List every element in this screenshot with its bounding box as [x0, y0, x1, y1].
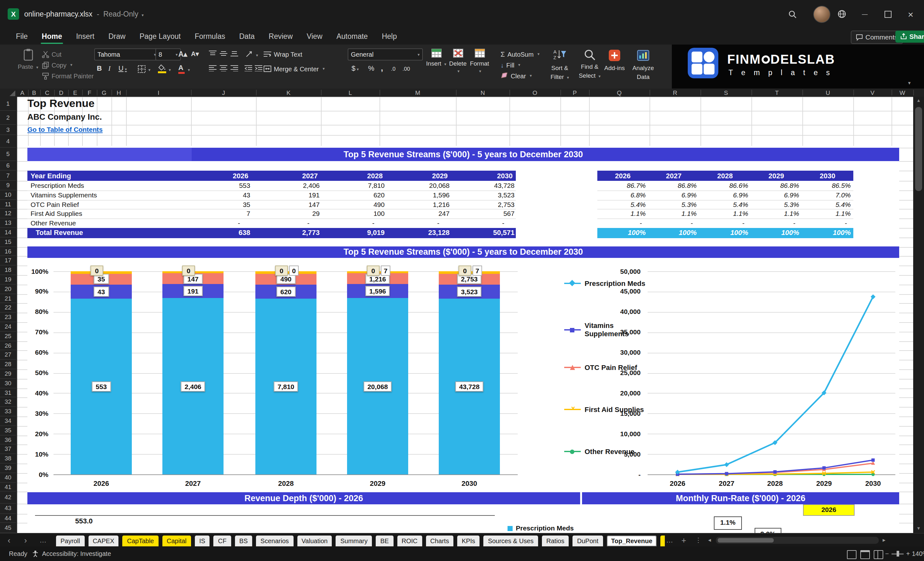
row-header-18[interactable]: 18: [0, 266, 16, 275]
normal-view-button[interactable]: [847, 550, 856, 559]
row-header-44[interactable]: 44: [0, 514, 16, 523]
menu-tab-file[interactable]: File: [9, 28, 35, 45]
minimize-button[interactable]: —: [855, 0, 875, 28]
table-cell-value[interactable]: -: [327, 218, 375, 228]
tabs-list-icon[interactable]: …: [39, 534, 46, 547]
orientation-button[interactable]: [246, 50, 254, 57]
align-right-button[interactable]: [231, 65, 238, 71]
analyze-data-button[interactable]: Analyze Data: [629, 48, 657, 80]
row-header-2[interactable]: 2: [0, 111, 16, 125]
sheet-tab-is[interactable]: IS: [195, 536, 210, 546]
row-header-30[interactable]: 30: [0, 379, 16, 388]
menu-tab-automate[interactable]: Automate: [330, 28, 375, 45]
increase-decimal-button[interactable]: .00: [402, 66, 410, 72]
table-row-label-vitamins-supplements[interactable]: Vitamins Supplements: [31, 190, 158, 200]
table-cell-value[interactable]: 147: [262, 200, 320, 209]
currency-format-button[interactable]: $▾: [351, 64, 359, 72]
pct-cell-value[interactable]: 7.0%: [802, 190, 851, 200]
shrink-font-button[interactable]: A▾: [191, 50, 199, 57]
font-family-combo[interactable]: Tahoma▾: [94, 48, 159, 60]
sheet-tab-ratios[interactable]: Ratios: [542, 536, 569, 546]
row-header-14[interactable]: 14: [0, 228, 16, 237]
page-break-view-button[interactable]: [874, 550, 883, 559]
zoom-out-button[interactable]: −: [885, 546, 889, 561]
font-size-combo[interactable]: 8▾: [155, 48, 181, 60]
align-top-button[interactable]: [209, 50, 216, 57]
column-header-L[interactable]: L: [344, 88, 357, 97]
user-avatar[interactable]: [813, 6, 830, 23]
row-header-41[interactable]: 41: [0, 482, 16, 492]
column-header-N[interactable]: N: [476, 88, 489, 97]
row-header-37[interactable]: 37: [0, 445, 16, 454]
row-header-4[interactable]: 4: [0, 135, 16, 148]
sheet-tab-kpis[interactable]: KPIs: [457, 536, 480, 546]
align-bottom-button[interactable]: [231, 50, 238, 57]
tabs-scroll-left-icon[interactable]: ‹: [8, 534, 10, 547]
row-header-31[interactable]: 31: [0, 388, 16, 398]
row-header-7[interactable]: 7: [0, 171, 16, 181]
sheet-tab-capital[interactable]: Capital: [162, 536, 191, 546]
italic-button[interactable]: I: [108, 64, 111, 72]
pct-cell-value[interactable]: 5.3%: [648, 200, 697, 209]
tabs-scroll-right-icon[interactable]: ›: [24, 534, 27, 547]
menu-tab-data[interactable]: Data: [232, 28, 262, 45]
page-layout-view-button[interactable]: [860, 550, 870, 559]
row-header-9[interactable]: 9: [0, 181, 16, 190]
table-cell-value[interactable]: 620: [327, 190, 385, 200]
column-header-V[interactable]: V: [866, 88, 879, 97]
scroll-down-icon[interactable]: ▼: [913, 526, 924, 530]
borders-button[interactable]: [138, 65, 146, 73]
row-header-21[interactable]: 21: [0, 294, 16, 303]
pct-cell-value[interactable]: 86.7%: [597, 181, 646, 190]
column-header-M[interactable]: M: [411, 88, 424, 97]
sheet-tab-capex[interactable]: CAPEX: [88, 536, 119, 546]
table-cell-value[interactable]: 35: [193, 200, 250, 209]
row-header-13[interactable]: 13: [0, 218, 16, 228]
table-row-label-otc-pain-relief[interactable]: OTC Pain Relief: [31, 200, 158, 209]
sheet-tab-valuation[interactable]: Valuation: [297, 536, 332, 546]
row-header-17[interactable]: 17: [0, 256, 16, 266]
table-row-label-prescription-meds[interactable]: Prescription Meds: [31, 181, 158, 190]
pct-cell-value[interactable]: 1.1%: [597, 209, 646, 219]
row-header-45[interactable]: 45: [0, 523, 16, 533]
vertical-scrollbar[interactable]: ▲ ▼: [913, 97, 924, 533]
tab-options-icon[interactable]: …: [693, 537, 707, 544]
increase-indent-button[interactable]: [255, 65, 262, 71]
pct-cell-value[interactable]: 5.4%: [699, 200, 748, 209]
runrate-year-cell[interactable]: 2026: [803, 504, 855, 516]
wrap-text-button[interactable]: Wrap Text: [264, 50, 302, 58]
column-header-E[interactable]: E: [69, 88, 81, 97]
horizontal-scrollbar-thumb[interactable]: [718, 538, 774, 543]
align-center-button[interactable]: [220, 65, 227, 71]
table-cell-value[interactable]: 247: [392, 209, 450, 219]
column-header-R[interactable]: R: [669, 88, 681, 97]
row-header-36[interactable]: 36: [0, 435, 16, 445]
merge-center-button[interactable]: Merge & Center ▾: [264, 64, 325, 73]
table-cell-value[interactable]: 20,068: [392, 181, 450, 190]
table-cell-value[interactable]: 43: [193, 190, 250, 200]
pct-cell-value[interactable]: -: [699, 218, 744, 228]
table-cell-value[interactable]: 7: [193, 209, 250, 219]
sheet-tab-top-revenue[interactable]: Top_Revenue: [606, 536, 657, 546]
comma-format-button[interactable]: ,: [381, 63, 383, 73]
sheet-tab-to[interactable]: To: [661, 536, 665, 546]
pct-cell-value[interactable]: 1.1%: [802, 209, 851, 219]
sheet-tab-sources-uses[interactable]: Sources & Uses: [483, 536, 538, 546]
comments-button[interactable]: Comments: [851, 30, 903, 44]
pct-cell-value[interactable]: -: [751, 218, 795, 228]
row-header-15[interactable]: 15: [0, 237, 16, 247]
pct-cell-value[interactable]: 1.1%: [751, 209, 799, 219]
row-header-20[interactable]: 20: [0, 285, 16, 294]
row-header-34[interactable]: 34: [0, 417, 16, 426]
column-header-O[interactable]: O: [528, 88, 541, 97]
table-cell-value[interactable]: -: [193, 218, 240, 228]
toc-link[interactable]: Go to Table of Contents: [27, 126, 102, 133]
column-header-A[interactable]: A: [16, 88, 28, 97]
pct-cell-value[interactable]: 5.4%: [802, 200, 851, 209]
pct-cell-value[interactable]: 86.6%: [699, 181, 748, 190]
table-cell-value[interactable]: 1,596: [392, 190, 450, 200]
table-cell-value[interactable]: 100: [327, 209, 385, 219]
sheet-tab-captable[interactable]: CapTable: [123, 536, 159, 546]
grow-font-button[interactable]: A▴: [178, 50, 187, 58]
row-header-3[interactable]: 3: [0, 125, 16, 135]
